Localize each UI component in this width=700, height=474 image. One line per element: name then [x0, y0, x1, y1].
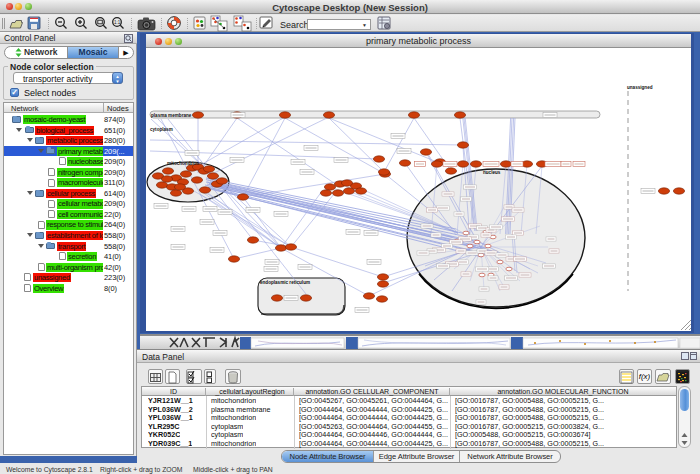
svg-text:mitochondrion: mitochondrion [167, 161, 199, 166]
svg-text:unassigned: unassigned [627, 85, 653, 90]
svg-text:cytoplasm: cytoplasm [150, 127, 173, 132]
svg-text:endoplasmic reticulum: endoplasmic reticulum [260, 280, 310, 285]
svg-text:1:1: 1:1 [114, 20, 121, 25]
svg-text:nucleus: nucleus [483, 170, 501, 175]
svg-text:plasma membrane: plasma membrane [151, 113, 192, 118]
